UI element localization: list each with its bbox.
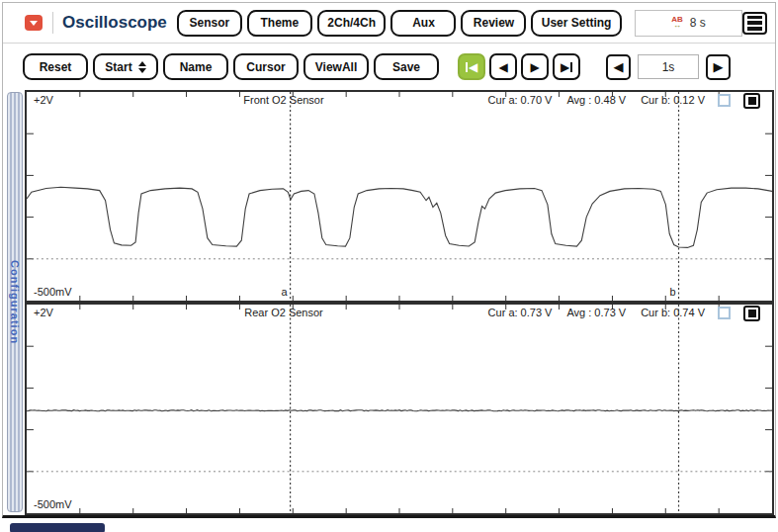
menu-bar-icon	[747, 16, 762, 20]
theme-button[interactable]: Theme	[247, 10, 312, 37]
rear-o2-waveform-plot[interactable]	[27, 305, 772, 513]
step-forward-button[interactable]: ▶	[521, 53, 549, 80]
list-menu-button[interactable]	[742, 12, 767, 35]
user-setting-button[interactable]: User Setting	[531, 10, 621, 37]
timescale-decrease-button[interactable]: ◀	[606, 54, 631, 80]
page-title: Oscilloscope	[62, 13, 167, 33]
chevron-down-icon	[30, 21, 38, 26]
step-back-icon: ◀	[498, 60, 507, 74]
front-o2-waveform-plot[interactable]: ab	[27, 92, 772, 301]
cursor-gap-time-display: AB ↔ 8 s	[635, 10, 743, 37]
save-button[interactable]: Save	[374, 53, 439, 80]
skip-to-start-button[interactable]: ◀	[458, 53, 485, 80]
app-menu-button[interactable]	[25, 15, 43, 31]
reset-button[interactable]: Reset	[23, 53, 88, 80]
cursor-a-reading: Cur a: 0.70 V	[488, 94, 553, 106]
charts-area: Configuration ab +2V Front O2 Sensor Cur…	[3, 90, 775, 515]
top-toolbar: Oscilloscope Sensor Theme 2Ch/4Ch Aux Re…	[3, 3, 775, 44]
filled-square-icon	[748, 97, 756, 105]
channel-stop-button[interactable]	[743, 93, 760, 109]
start-spinner-icon[interactable]	[138, 61, 146, 73]
cursor-b-reading: Cur b: 0.12 V	[641, 94, 705, 106]
timescale-controls: ◀ 1s ▶	[606, 54, 731, 80]
channel-stop-button[interactable]	[743, 306, 760, 321]
skip-to-end-icon	[570, 62, 572, 72]
channel-select-checkbox[interactable]	[718, 307, 731, 319]
channel-select-checkbox[interactable]	[718, 94, 731, 107]
skip-to-start-icon	[466, 62, 468, 72]
step-forward-icon: ▶	[530, 60, 539, 74]
viewall-button[interactable]: ViewAll	[303, 53, 369, 80]
left-triangle-icon: ◀	[614, 59, 624, 74]
filled-square-icon	[748, 310, 756, 317]
review-button[interactable]: Review	[461, 10, 526, 37]
ab-cursor-gap-icon: AB ↔	[671, 16, 683, 30]
front-o2-chart-panel: ab +2V Front O2 Sensor Cur a: 0.70 V Avg…	[25, 90, 774, 303]
timescale-increase-button[interactable]: ▶	[706, 54, 731, 80]
aux-button[interactable]: Aux	[390, 10, 456, 37]
configuration-drawer-tab[interactable]: Configuration	[7, 92, 23, 512]
sensor-button[interactable]: Sensor	[177, 10, 242, 37]
y-min-label: -500mV	[34, 286, 72, 298]
rear-o2-chart-header: +2V Rear O2 Sensor Cur a: 0.73 V Avg : 0…	[27, 307, 772, 321]
playback-controls: ◀ ◀ ▶ ▶	[458, 53, 580, 80]
menu-bar-icon	[747, 27, 762, 31]
chart-panels: ab +2V Front O2 Sensor Cur a: 0.70 V Avg…	[25, 90, 774, 515]
chart-title: Front O2 Sensor	[175, 94, 392, 106]
cursor-gap-time-value: 8 s	[690, 16, 706, 30]
configuration-tab-label: Configuration	[9, 260, 21, 344]
app-frame: Oscilloscope Sensor Theme 2Ch/4Ch Aux Re…	[2, 2, 776, 518]
name-button[interactable]: Name	[163, 53, 228, 80]
channel-mode-button[interactable]: 2Ch/4Ch	[317, 10, 387, 37]
svg-text:a: a	[282, 286, 289, 298]
cursor-b-reading: Cur b: 0.74 V	[641, 307, 705, 318]
svg-text:b: b	[669, 286, 675, 298]
chart-title: Rear O2 Sensor	[175, 307, 392, 318]
bottom-panel-edge-tab[interactable]	[10, 523, 105, 532]
timescale-value-field[interactable]: 1s	[638, 54, 699, 79]
y-min-label: -500mV	[34, 498, 72, 510]
avg-reading: Avg : 0.73 V	[566, 307, 626, 318]
cursor-readings: Cur a: 0.70 V Avg : 0.48 V Cur b: 0.12 V	[488, 94, 705, 106]
cursor-readings: Cur a: 0.73 V Avg : 0.73 V Cur b: 0.74 V	[488, 307, 705, 318]
skip-to-end-button[interactable]: ▶	[553, 53, 580, 80]
menu-bar-icon	[747, 21, 762, 25]
oscilloscope-app-window: Oscilloscope Sensor Theme 2Ch/4Ch Aux Re…	[0, 0, 778, 532]
y-max-label: +2V	[34, 307, 53, 318]
cursor-a-reading: Cur a: 0.73 V	[488, 307, 553, 318]
step-back-button[interactable]: ◀	[489, 53, 517, 80]
avg-reading: Avg : 0.48 V	[566, 94, 626, 106]
toolbar-divider	[52, 12, 53, 34]
right-triangle-icon: ▶	[714, 59, 724, 74]
front-o2-chart-header: +2V Front O2 Sensor Cur a: 0.70 V Avg : …	[27, 94, 772, 109]
cursor-button[interactable]: Cursor	[233, 53, 299, 80]
rear-o2-chart-panel: +2V Rear O2 Sensor Cur a: 0.73 V Avg : 0…	[25, 303, 774, 515]
control-toolbar: Reset Start Name Cursor ViewAll Save ◀ ◀	[3, 44, 775, 90]
start-button[interactable]: Start	[93, 53, 158, 80]
y-max-label: +2V	[34, 94, 53, 106]
